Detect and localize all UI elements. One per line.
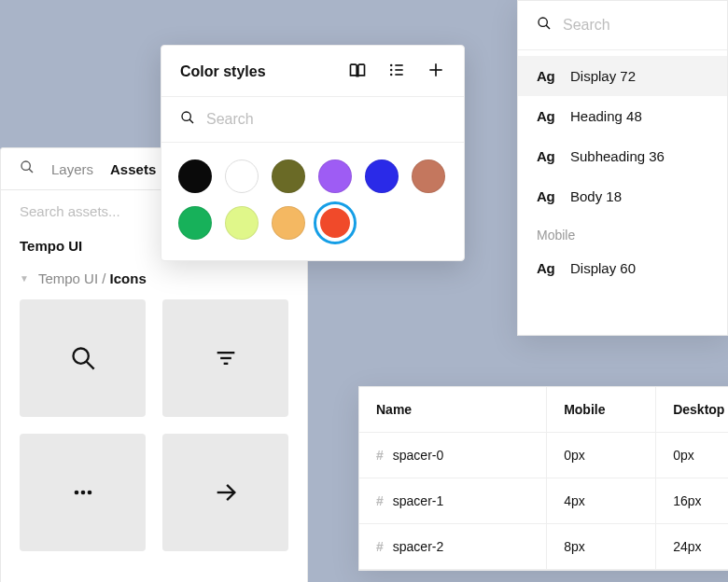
text-preview-ag: Ag (537, 260, 559, 276)
text-styles-panel: Search AgDisplay 72AgHeading 48AgSubhead… (517, 0, 728, 336)
color-swatch-black[interactable] (178, 159, 212, 193)
color-swatch-lime[interactable] (225, 206, 259, 240)
text-style-label: Display 72 (570, 68, 636, 84)
text-style-row[interactable]: AgDisplay 72 (518, 56, 727, 96)
icon-tile-more[interactable] (20, 434, 146, 551)
token-name: spacer-1 (393, 493, 443, 508)
text-style-label: Heading 48 (570, 108, 642, 124)
hash-icon: # (376, 539, 384, 554)
search-icon (180, 110, 195, 129)
icon-tile-search[interactable] (20, 299, 146, 417)
text-style-row[interactable]: AgBody 18 (518, 176, 727, 216)
search-icon (537, 16, 552, 35)
group-name: Icons (110, 270, 147, 286)
color-search-input[interactable]: Search (206, 111, 254, 128)
tab-assets[interactable]: Assets (110, 161, 156, 177)
assets-group-header[interactable]: ▼ Tempo UI / Icons (1, 267, 307, 299)
svg-line-20 (189, 119, 193, 123)
svg-point-19 (182, 112, 190, 120)
icon-tile-filter[interactable] (162, 299, 288, 417)
svg-point-7 (74, 491, 78, 495)
svg-point-12 (390, 69, 393, 72)
col-header-desktop: Desktop (656, 387, 728, 433)
text-preview-ag: Ag (537, 188, 559, 204)
token-desktop: 0px (656, 433, 728, 478)
icon-grid (1, 299, 307, 551)
svg-point-9 (87, 491, 91, 495)
color-swatch-terra[interactable] (412, 159, 445, 193)
token-desktop: 16px (656, 478, 728, 524)
text-style-label: Body 18 (570, 188, 622, 204)
text-preview-ag: Ag (537, 108, 559, 124)
text-preview-ag: Ag (537, 148, 559, 164)
text-section-mobile: Mobile (518, 216, 727, 248)
color-styles-popover: Color styles Search (161, 45, 465, 261)
token-mobile: 8px (547, 524, 656, 570)
token-name: spacer-2 (393, 539, 443, 554)
svg-line-3 (86, 362, 93, 369)
tab-layers[interactable]: Layers (51, 161, 93, 177)
text-style-row[interactable]: AgDisplay 60 (518, 248, 727, 288)
add-icon[interactable] (427, 61, 445, 83)
table-row[interactable]: #spacer-28px24px (359, 524, 728, 570)
svg-point-21 (539, 18, 547, 26)
color-swatch-grid (161, 143, 464, 260)
text-preview-ag: Ag (537, 68, 559, 84)
color-swatch-purple[interactable] (318, 159, 352, 193)
color-swatch-amber[interactable] (272, 206, 305, 240)
text-style-label: Display 60 (570, 260, 636, 276)
search-icon[interactable] (20, 159, 35, 178)
color-styles-title: Color styles (180, 63, 266, 80)
svg-line-22 (546, 25, 550, 29)
token-mobile: 4px (547, 478, 656, 524)
color-swatch-olive[interactable] (272, 159, 305, 193)
table-row[interactable]: #spacer-14px16px (359, 478, 728, 524)
token-mobile: 0px (547, 433, 656, 478)
hash-icon: # (376, 493, 384, 508)
spacing-table-panel: Name Mobile Desktop #spacer-00px0px#spac… (358, 386, 728, 571)
text-style-label: Subheading 36 (570, 148, 665, 164)
svg-point-13 (390, 74, 393, 76)
col-header-mobile: Mobile (547, 387, 656, 433)
text-search-input[interactable]: Search (563, 17, 610, 34)
token-name: spacer-0 (393, 448, 443, 463)
col-header-name: Name (359, 387, 547, 433)
color-swatch-blue[interactable] (365, 159, 399, 193)
color-swatch-white[interactable] (225, 159, 259, 193)
spacing-table: Name Mobile Desktop #spacer-00px0px#spac… (359, 387, 728, 570)
library-icon[interactable] (348, 61, 367, 83)
svg-point-8 (80, 491, 85, 495)
table-row[interactable]: #spacer-00px0px (359, 433, 728, 478)
color-swatch-red[interactable] (318, 206, 352, 240)
color-swatch-green[interactable] (178, 206, 212, 240)
group-prefix: Tempo UI / (38, 270, 106, 286)
svg-point-11 (390, 64, 393, 67)
token-desktop: 24px (656, 524, 728, 570)
text-style-row[interactable]: AgSubheading 36 (518, 136, 727, 176)
svg-point-0 (21, 161, 30, 170)
text-style-row[interactable]: AgHeading 48 (518, 96, 727, 136)
hash-icon: # (376, 448, 384, 463)
svg-point-2 (73, 349, 88, 364)
chevron-down-icon: ▼ (20, 273, 29, 284)
list-view-icon[interactable] (387, 61, 406, 83)
icon-tile-arrow-right[interactable] (162, 434, 288, 551)
svg-line-1 (29, 169, 33, 173)
